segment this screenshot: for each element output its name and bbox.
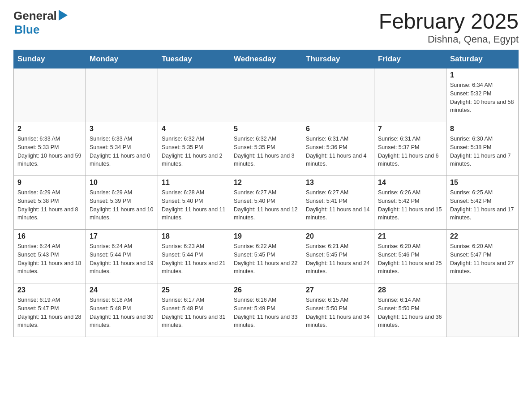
weekday-header-row: SundayMondayTuesdayWednesdayThursdayFrid… <box>14 50 519 68</box>
calendar-day-cell: 27Sunrise: 6:15 AMSunset: 5:50 PMDayligh… <box>302 283 374 337</box>
weekday-header-friday: Friday <box>374 50 446 68</box>
calendar-day-cell: 9Sunrise: 6:29 AMSunset: 5:38 PMDaylight… <box>14 176 86 230</box>
calendar-day-cell: 17Sunrise: 6:24 AMSunset: 5:44 PMDayligh… <box>86 230 158 283</box>
calendar-day-cell <box>230 68 302 122</box>
calendar-title: February 2025 <box>379 9 519 34</box>
calendar-day-cell <box>158 68 230 122</box>
day-number: 27 <box>306 286 370 294</box>
calendar-day-cell: 26Sunrise: 6:16 AMSunset: 5:49 PMDayligh… <box>230 283 302 337</box>
day-number: 8 <box>450 125 515 133</box>
calendar-week-row: 16Sunrise: 6:24 AMSunset: 5:43 PMDayligh… <box>14 230 519 283</box>
day-number: 4 <box>162 125 226 133</box>
calendar-day-cell: 23Sunrise: 6:19 AMSunset: 5:47 PMDayligh… <box>14 283 86 337</box>
calendar-week-row: 9Sunrise: 6:29 AMSunset: 5:38 PMDaylight… <box>14 176 519 230</box>
day-info: Sunrise: 6:23 AMSunset: 5:44 PMDaylight:… <box>162 242 226 276</box>
title-block: February 2025 Dishna, Qena, Egypt <box>379 9 519 45</box>
calendar-day-cell: 11Sunrise: 6:28 AMSunset: 5:40 PMDayligh… <box>158 176 230 230</box>
calendar-day-cell <box>86 68 158 122</box>
day-info: Sunrise: 6:34 AMSunset: 5:32 PMDaylight:… <box>450 81 515 115</box>
calendar-day-cell: 18Sunrise: 6:23 AMSunset: 5:44 PMDayligh… <box>158 230 230 283</box>
day-info: Sunrise: 6:26 AMSunset: 5:42 PMDaylight:… <box>378 188 442 222</box>
day-number: 18 <box>162 232 226 240</box>
location-subtitle: Dishna, Qena, Egypt <box>379 34 519 45</box>
calendar-day-cell: 10Sunrise: 6:29 AMSunset: 5:39 PMDayligh… <box>86 176 158 230</box>
calendar-day-cell: 19Sunrise: 6:22 AMSunset: 5:45 PMDayligh… <box>230 230 302 283</box>
day-info: Sunrise: 6:14 AMSunset: 5:50 PMDaylight:… <box>378 296 442 330</box>
day-info: Sunrise: 6:24 AMSunset: 5:43 PMDaylight:… <box>17 242 82 276</box>
day-number: 26 <box>234 286 298 294</box>
logo: General Blue <box>13 9 68 37</box>
calendar-day-cell: 13Sunrise: 6:27 AMSunset: 5:41 PMDayligh… <box>302 176 374 230</box>
day-info: Sunrise: 6:24 AMSunset: 5:44 PMDaylight:… <box>90 242 154 276</box>
day-info: Sunrise: 6:20 AMSunset: 5:47 PMDaylight:… <box>450 242 515 276</box>
day-number: 14 <box>378 179 442 187</box>
calendar-table: SundayMondayTuesdayWednesdayThursdayFrid… <box>13 50 519 337</box>
calendar-day-cell: 14Sunrise: 6:26 AMSunset: 5:42 PMDayligh… <box>374 176 446 230</box>
calendar-day-cell <box>302 68 374 122</box>
day-number: 12 <box>234 179 298 187</box>
day-info: Sunrise: 6:21 AMSunset: 5:45 PMDaylight:… <box>306 242 370 276</box>
calendar-body: 1Sunrise: 6:34 AMSunset: 5:32 PMDaylight… <box>14 68 519 337</box>
day-number: 22 <box>450 232 515 240</box>
calendar-week-row: 1Sunrise: 6:34 AMSunset: 5:32 PMDaylight… <box>14 68 519 122</box>
day-number: 13 <box>306 179 370 187</box>
day-number: 10 <box>90 179 154 187</box>
day-info: Sunrise: 6:32 AMSunset: 5:35 PMDaylight:… <box>234 135 298 168</box>
day-number: 16 <box>17 232 82 240</box>
day-number: 2 <box>17 125 82 133</box>
calendar-day-cell: 1Sunrise: 6:34 AMSunset: 5:32 PMDaylight… <box>446 68 519 122</box>
day-number: 21 <box>378 232 442 240</box>
weekday-header-saturday: Saturday <box>446 50 519 68</box>
calendar-day-cell <box>374 68 446 122</box>
day-number: 5 <box>234 125 298 133</box>
calendar-week-row: 2Sunrise: 6:33 AMSunset: 5:33 PMDaylight… <box>14 122 519 176</box>
day-number: 24 <box>90 286 154 294</box>
page-header: General Blue February 2025 Dishna, Qena,… <box>13 9 519 45</box>
calendar-day-cell: 20Sunrise: 6:21 AMSunset: 5:45 PMDayligh… <box>302 230 374 283</box>
calendar-day-cell: 24Sunrise: 6:18 AMSunset: 5:48 PMDayligh… <box>86 283 158 337</box>
day-number: 6 <box>306 125 370 133</box>
calendar-day-cell: 8Sunrise: 6:30 AMSunset: 5:38 PMDaylight… <box>446 122 519 176</box>
calendar-day-cell: 7Sunrise: 6:31 AMSunset: 5:37 PMDaylight… <box>374 122 446 176</box>
calendar-day-cell: 6Sunrise: 6:31 AMSunset: 5:36 PMDaylight… <box>302 122 374 176</box>
day-number: 17 <box>90 232 154 240</box>
calendar-day-cell: 28Sunrise: 6:14 AMSunset: 5:50 PMDayligh… <box>374 283 446 337</box>
day-number: 15 <box>450 179 515 187</box>
weekday-header-monday: Monday <box>86 50 158 68</box>
day-info: Sunrise: 6:31 AMSunset: 5:37 PMDaylight:… <box>378 135 442 168</box>
day-number: 7 <box>378 125 442 133</box>
calendar-header: SundayMondayTuesdayWednesdayThursdayFrid… <box>14 50 519 68</box>
day-info: Sunrise: 6:25 AMSunset: 5:42 PMDaylight:… <box>450 188 515 222</box>
day-info: Sunrise: 6:16 AMSunset: 5:49 PMDaylight:… <box>234 296 298 330</box>
day-info: Sunrise: 6:20 AMSunset: 5:46 PMDaylight:… <box>378 242 442 276</box>
weekday-header-wednesday: Wednesday <box>230 50 302 68</box>
day-info: Sunrise: 6:22 AMSunset: 5:45 PMDaylight:… <box>234 242 298 276</box>
day-number: 9 <box>17 179 82 187</box>
day-number: 28 <box>378 286 442 294</box>
day-info: Sunrise: 6:19 AMSunset: 5:47 PMDaylight:… <box>17 296 82 330</box>
day-number: 1 <box>450 71 515 79</box>
calendar-day-cell: 12Sunrise: 6:27 AMSunset: 5:40 PMDayligh… <box>230 176 302 230</box>
day-info: Sunrise: 6:29 AMSunset: 5:39 PMDaylight:… <box>90 188 154 222</box>
day-info: Sunrise: 6:33 AMSunset: 5:34 PMDaylight:… <box>90 135 154 168</box>
day-number: 20 <box>306 232 370 240</box>
calendar-day-cell: 22Sunrise: 6:20 AMSunset: 5:47 PMDayligh… <box>446 230 519 283</box>
logo-general-text: General <box>13 9 57 23</box>
calendar-day-cell <box>14 68 86 122</box>
calendar-day-cell: 3Sunrise: 6:33 AMSunset: 5:34 PMDaylight… <box>86 122 158 176</box>
day-number: 19 <box>234 232 298 240</box>
day-info: Sunrise: 6:27 AMSunset: 5:41 PMDaylight:… <box>306 188 370 222</box>
day-number: 25 <box>162 286 226 294</box>
day-info: Sunrise: 6:29 AMSunset: 5:38 PMDaylight:… <box>17 188 82 222</box>
calendar-week-row: 23Sunrise: 6:19 AMSunset: 5:47 PMDayligh… <box>14 283 519 337</box>
calendar-day-cell <box>446 283 519 337</box>
calendar-day-cell: 21Sunrise: 6:20 AMSunset: 5:46 PMDayligh… <box>374 230 446 283</box>
day-info: Sunrise: 6:28 AMSunset: 5:40 PMDaylight:… <box>162 188 226 222</box>
day-number: 11 <box>162 179 226 187</box>
calendar-day-cell: 2Sunrise: 6:33 AMSunset: 5:33 PMDaylight… <box>14 122 86 176</box>
logo-triangle-icon <box>59 10 68 21</box>
day-info: Sunrise: 6:30 AMSunset: 5:38 PMDaylight:… <box>450 135 515 168</box>
calendar-day-cell: 25Sunrise: 6:17 AMSunset: 5:48 PMDayligh… <box>158 283 230 337</box>
calendar-day-cell: 15Sunrise: 6:25 AMSunset: 5:42 PMDayligh… <box>446 176 519 230</box>
day-number: 3 <box>90 125 154 133</box>
